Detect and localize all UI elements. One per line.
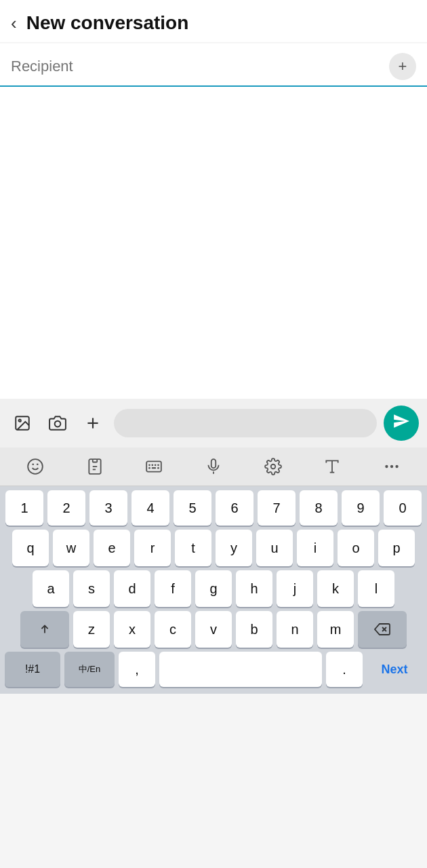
- message-toolbar: [0, 399, 427, 448]
- backspace-key[interactable]: [358, 611, 407, 648]
- clipboard-icon[interactable]: [79, 452, 111, 481]
- svg-point-24: [385, 465, 388, 468]
- key-l[interactable]: l: [358, 570, 394, 607]
- key-6[interactable]: 6: [216, 490, 253, 526]
- keyboard-layout-icon[interactable]: [138, 452, 170, 481]
- key-8[interactable]: 8: [300, 490, 338, 526]
- key-w[interactable]: w: [53, 530, 89, 566]
- key-f[interactable]: f: [155, 570, 191, 607]
- number-row: 1 2 3 4 5 6 7 8 9 0: [3, 490, 424, 526]
- key-y[interactable]: y: [216, 530, 252, 566]
- svg-point-26: [395, 465, 398, 468]
- page-title: New conversation: [26, 12, 189, 34]
- asdf-row: a s d f g h j k l: [3, 570, 424, 607]
- gallery-icon[interactable]: [8, 409, 37, 437]
- comma-key[interactable]: ,: [119, 652, 155, 687]
- key-r[interactable]: r: [134, 530, 171, 566]
- key-2[interactable]: 2: [47, 490, 85, 526]
- key-h[interactable]: h: [236, 570, 272, 607]
- svg-point-21: [270, 465, 275, 469]
- qwerty-row: q w e r t y u i o p: [3, 530, 424, 566]
- emoji-icon[interactable]: [19, 452, 52, 481]
- key-9[interactable]: 9: [342, 490, 380, 526]
- next-key[interactable]: Next: [367, 652, 422, 687]
- svg-point-25: [390, 465, 393, 468]
- camera-icon[interactable]: [43, 409, 72, 437]
- keyboard: 1 2 3 4 5 6 7 8 9 0 q w e r t y u i o p …: [0, 486, 427, 694]
- language-key[interactable]: 中/En: [64, 652, 115, 687]
- recipient-input[interactable]: [11, 58, 389, 75]
- key-0[interactable]: 0: [384, 490, 422, 526]
- key-1[interactable]: 1: [5, 490, 43, 526]
- key-x[interactable]: x: [114, 611, 150, 648]
- key-a[interactable]: a: [33, 570, 69, 607]
- key-e[interactable]: e: [94, 530, 130, 566]
- more-icon[interactable]: [375, 452, 408, 481]
- key-i[interactable]: i: [297, 530, 333, 566]
- zxcv-row: z x c v b n m: [3, 611, 424, 648]
- svg-point-2: [55, 421, 61, 427]
- keyboard-toolbar: [0, 448, 427, 486]
- key-c[interactable]: c: [155, 611, 191, 648]
- settings-icon[interactable]: [257, 452, 289, 481]
- add-attachment-icon[interactable]: [79, 409, 107, 437]
- conversation-area: [0, 87, 427, 399]
- shift-key[interactable]: [20, 611, 69, 648]
- key-q[interactable]: q: [12, 530, 49, 566]
- mic-icon[interactable]: [197, 452, 230, 481]
- font-style-icon[interactable]: [316, 452, 348, 481]
- bottom-row: !#1 中/En , . Next: [3, 652, 424, 687]
- key-o[interactable]: o: [338, 530, 374, 566]
- key-m[interactable]: m: [317, 611, 354, 648]
- key-d[interactable]: d: [114, 570, 150, 607]
- key-z[interactable]: z: [73, 611, 110, 648]
- header: ‹ New conversation: [0, 0, 427, 42]
- send-button[interactable]: [384, 406, 419, 441]
- svg-point-1: [19, 420, 21, 422]
- back-button[interactable]: ‹: [11, 14, 17, 32]
- message-input[interactable]: [114, 409, 377, 437]
- key-p[interactable]: p: [378, 530, 415, 566]
- add-recipient-button[interactable]: +: [389, 53, 416, 80]
- space-key[interactable]: [159, 652, 322, 687]
- period-key[interactable]: .: [326, 652, 363, 687]
- key-g[interactable]: g: [195, 570, 232, 607]
- svg-rect-11: [146, 461, 161, 471]
- key-u[interactable]: u: [256, 530, 293, 566]
- key-5[interactable]: 5: [174, 490, 211, 526]
- key-3[interactable]: 3: [89, 490, 127, 526]
- key-s[interactable]: s: [73, 570, 110, 607]
- key-j[interactable]: j: [277, 570, 313, 607]
- send-icon: [392, 412, 410, 434]
- key-b[interactable]: b: [236, 611, 272, 648]
- symbols-key[interactable]: !#1: [5, 652, 60, 687]
- add-icon: +: [399, 58, 407, 75]
- key-n[interactable]: n: [277, 611, 313, 648]
- svg-point-5: [28, 459, 43, 474]
- recipient-row: +: [0, 43, 427, 87]
- key-7[interactable]: 7: [258, 490, 296, 526]
- key-k[interactable]: k: [317, 570, 354, 607]
- svg-rect-19: [211, 459, 216, 468]
- key-4[interactable]: 4: [131, 490, 169, 526]
- key-t[interactable]: t: [175, 530, 211, 566]
- svg-rect-8: [92, 459, 97, 462]
- key-v[interactable]: v: [195, 611, 232, 648]
